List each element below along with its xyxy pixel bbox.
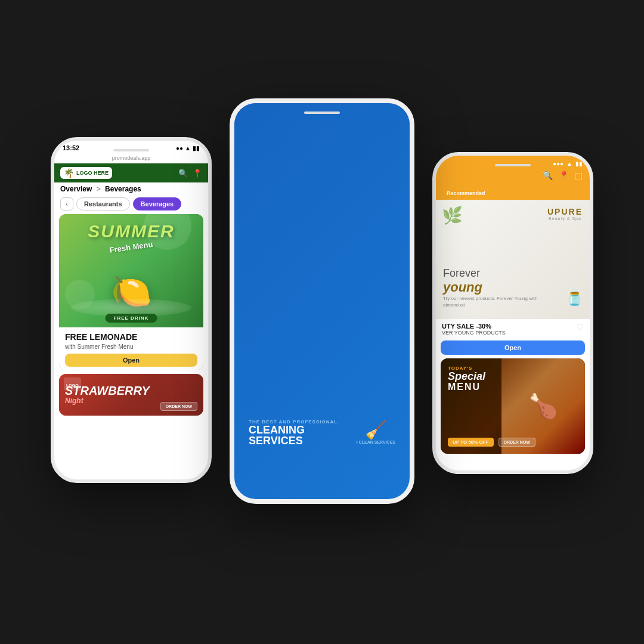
broom-icon: 🧹: [365, 420, 387, 439]
left-filter-chips: ‹ Restaurants Beverages: [54, 196, 208, 214]
phone-right: ●●● ▲ ▮▮ 🔍 📍 ⬚ Recommended 🌿 🍃 🫙: [432, 152, 593, 474]
lemon-subtitle: with Summer Fresh Menu: [65, 343, 197, 350]
chip-restaurants[interactable]: Restaurants: [76, 197, 130, 210]
upure-brand-sub: Beauty & Spa: [547, 216, 583, 221]
lemon-open-button[interactable]: Open: [65, 354, 197, 367]
almond-oil-text: Try our newest products. Forever Young w…: [443, 295, 554, 308]
right-battery-icon: ▮▮: [575, 160, 583, 167]
chip-beverages[interactable]: Beverages: [133, 197, 182, 210]
cleaning-headline-1: CLEANING: [249, 425, 338, 435]
upure-brand: UPURE: [547, 207, 583, 216]
right-search-icon[interactable]: 🔍: [543, 171, 553, 180]
cleaning-headline-2: SERVICES: [249, 435, 338, 446]
free-drink-badge: FREE DRINK: [106, 314, 157, 323]
beauty-products-text: VER YOUNG PRODUCTS: [442, 330, 584, 336]
menu-text: MENU: [448, 382, 578, 392]
cleaning-logo-area: 🧹 I CLEAN SERVICES: [357, 419, 395, 445]
forever-text: Forever: [443, 267, 482, 280]
logo-text: LOGO HERE: [76, 170, 109, 176]
left-url: promodeals.app: [54, 154, 208, 163]
order-now-left[interactable]: ORDER NOW: [160, 402, 197, 411]
phone-center: 13:42 ●●● ▲ ▮▮ 🔒 promodeals.app Your log…: [230, 98, 414, 504]
left-header-icons: 🔍 📍: [178, 169, 202, 178]
special-text: Special: [448, 371, 578, 382]
battery-icon: ▮▮: [193, 145, 200, 151]
location-icon[interactable]: 📍: [193, 169, 202, 178]
special-card[interactable]: 🍗 TODAY'S Special MENU UP TO 50% OFF ORD…: [441, 358, 585, 454]
wifi-icon: ▲: [185, 145, 191, 151]
left-logo-bar: 🌴 LOGO HERE 🔍 📍: [54, 163, 208, 182]
search-icon[interactable]: 🔍: [178, 169, 188, 178]
beauty-open-button[interactable]: Open: [441, 340, 585, 355]
lemon-banner: SUMMER Fresh Menu 🍋 FREE DRINK: [59, 214, 203, 327]
recommended-badge-wrap: Recommended: [436, 185, 590, 200]
order-now-right[interactable]: ORDER NOW: [499, 438, 535, 447]
signal-icon: ●●: [176, 145, 183, 151]
palm-icon: 🌴: [64, 168, 74, 178]
right-user-icon[interactable]: ⬚: [575, 171, 583, 180]
right-signal-icon: ●●●: [553, 160, 564, 167]
forever-young-text: Forever young: [443, 267, 482, 295]
young-text: young: [443, 280, 482, 295]
leaf-icon-1: 🌿: [442, 206, 463, 225]
special-overlay: TODAY'S Special MENU UP TO 50% OFF ORDER…: [441, 358, 585, 454]
right-wifi-icon: ▲: [566, 160, 572, 167]
right-status-bar: ●●● ▲ ▮▮: [436, 156, 590, 167]
off-badge: UP TO 50% OFF: [448, 438, 494, 447]
scene: 13:52 ●● ▲ ▮▮ promodeals.app 🌴 LOGO HERE…: [0, 0, 644, 644]
beauty-sale-info: ♡ UTY SALE -30% VER YOUNG PRODUCTS: [436, 319, 590, 338]
back-button[interactable]: ‹: [60, 197, 73, 210]
upure-logo: UPURE Beauty & Spa: [547, 207, 583, 221]
logo-box: 🌴 LOGO HERE: [60, 167, 112, 179]
lemon-card-info: FREE LEMONADE with Summer Fresh Menu Ope…: [59, 327, 203, 370]
upure-card[interactable]: 🌿 🍃 🫙 UPURE Beauty & Spa Forever young T…: [436, 200, 590, 358]
strawberry-sub: Night: [65, 397, 150, 405]
lemon-title: FREE LEMONADE: [65, 332, 197, 342]
right-location-icon[interactable]: 📍: [559, 171, 569, 180]
strawberry-card[interactable]: LOGO STRAWBERRY Night ORDER NOW: [59, 374, 203, 416]
strawberry-text: STRAWBERRY: [65, 385, 150, 397]
left-status-icons: ●● ▲ ▮▮: [176, 145, 200, 151]
cleaning-card[interactable]: THE BEST AND PROFESSIONAL CLEANING SERVI…: [240, 402, 404, 462]
cleaning-text-area: THE BEST AND PROFESSIONAL CLEANING SERVI…: [249, 419, 338, 446]
strawberry-text-area: STRAWBERRY Night: [65, 385, 150, 405]
left-breadcrumb: Overview > Beverages: [54, 182, 208, 196]
right-header-bar: 🔍 📍 ⬚: [436, 167, 590, 185]
beauty-heart-icon[interactable]: ♡: [576, 323, 584, 332]
phone-left: 13:52 ●● ▲ ▮▮ promodeals.app 🌴 LOGO HERE…: [51, 137, 212, 483]
left-status-bar: 13:52 ●● ▲ ▮▮: [54, 141, 208, 154]
right-status-icons: ●●● ▲ ▮▮: [553, 160, 583, 167]
beauty-sale-title: UTY SALE -30%: [442, 323, 584, 330]
recommended-badge: Recommended: [442, 189, 490, 197]
upure-banner: 🌿 🍃 🫙 UPURE Beauty & Spa Forever young T…: [436, 200, 590, 319]
left-time: 13:52: [63, 144, 79, 151]
iclean-label: I CLEAN SERVICES: [357, 440, 395, 445]
lemon-card[interactable]: SUMMER Fresh Menu 🍋 FREE DRINK FREE LEMO…: [59, 214, 203, 370]
jar-icon: 🫙: [566, 292, 583, 307]
